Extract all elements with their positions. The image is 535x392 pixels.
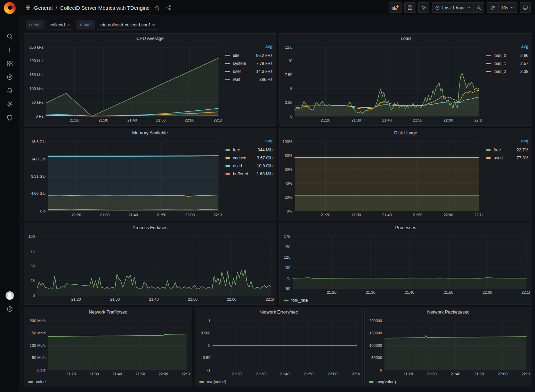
legend-value: 386 Hz (259, 77, 273, 82)
chart-load[interactable]: 02.5057.501012.521:2021:3021:4021:5022:0… (282, 43, 483, 123)
legend-avg-header[interactable]: avg (225, 44, 273, 51)
legend-avg-header[interactable]: avg (485, 139, 529, 146)
cycle-view-button[interactable] (520, 2, 531, 13)
svg-text:50000: 50000 (371, 356, 382, 360)
legend-item-load_1[interactable]: load_12.57 (485, 59, 529, 67)
zoom-out-time-button[interactable] (473, 2, 484, 13)
chart-nettraffic[interactable]: 0 b/s50 Mb/s100 Mb/s150 Mb/s200 Mb/s21:2… (26, 316, 190, 377)
variable-server-value: collectd (49, 22, 65, 27)
chart-neterrors[interactable]: -1-0.5000.500121:2021:3021:4021:5022:002… (197, 316, 360, 377)
legend-swatch (486, 71, 491, 72)
variable-mount-value-dropdown[interactable]: etc-collectd-collectd.conf (97, 20, 158, 30)
add-panel-icon (392, 5, 399, 11)
legend-item-free[interactable]: free22.7% (485, 146, 529, 154)
legend-value: 2.38 (520, 69, 528, 74)
panel-neterrors: Network Errors/sec-1-0.5000.500121:2021:… (195, 307, 363, 386)
svg-text:21:20: 21:20 (70, 118, 80, 122)
help-button[interactable] (0, 302, 19, 316)
panel-title-disk[interactable]: Disk Usage (279, 128, 532, 137)
legend-swatch (28, 381, 33, 383)
sidebar-item-explore[interactable] (0, 70, 19, 84)
legend-item-free[interactable]: free344 Mib (225, 146, 273, 154)
panel-cpu: CPU Average0 Hz50 kHz100 kHz150 kHz200 k… (24, 33, 276, 126)
legend-avg-header[interactable]: avg (225, 139, 273, 146)
legend-item-load_2[interactable]: load_22.38 (485, 67, 529, 75)
legend-item-system[interactable]: system7.79 kHz (225, 59, 273, 67)
add-panel-button[interactable] (389, 2, 402, 13)
svg-text:0: 0 (208, 343, 210, 348)
breadcrumb-section[interactable]: General (34, 5, 52, 11)
svg-text:21:20: 21:20 (232, 372, 242, 376)
chart-netpackets[interactable]: 05000010000015000020000021:2021:3021:402… (367, 316, 530, 377)
chart-processes[interactable]: 507510012515017521:2021:3021:4021:5022:0… (282, 232, 530, 295)
legend-label: buffered (233, 172, 248, 176)
chart-fork[interactable]: 025507510021:2021:3021:4021:5022:0022:10 (26, 232, 274, 302)
grafana-logo[interactable] (3, 2, 16, 14)
svg-text:22:00: 22:00 (185, 118, 195, 122)
panel-title-memory[interactable]: Memory Available (24, 128, 276, 137)
svg-text:22:00: 22:00 (227, 297, 236, 301)
variable-server-value-dropdown[interactable]: collectd (46, 20, 73, 30)
sidebar-item-configuration[interactable] (0, 98, 19, 111)
panel-title-load[interactable]: Load (279, 34, 532, 43)
legend-label: used (233, 164, 242, 168)
sidebar-item-search[interactable] (0, 30, 19, 43)
panel-nettraffic: Network Traffic/sec0 b/s50 Mb/s100 Mb/s1… (24, 307, 192, 386)
legend-item-used[interactable]: used10.8 Gib (225, 162, 273, 170)
breadcrumb: General / CollectD Server Metrics with T… (25, 3, 173, 12)
legend-item-used[interactable]: used77.3% (485, 154, 529, 162)
legend-item-idle[interactable]: idle96.2 kHz (225, 51, 273, 59)
panel-disk: Disk Usage0%20%40%60%80%100%21:2021:3021… (279, 128, 532, 220)
legend-item-wait[interactable]: wait386 Hz (225, 75, 273, 83)
share-button[interactable] (164, 3, 173, 12)
legend-label: free (233, 148, 240, 152)
page-title[interactable]: CollectD Server Metrics with TDengine (60, 5, 149, 11)
svg-text:21:30: 21:30 (427, 372, 437, 376)
panel-title-processes[interactable]: Processes (279, 223, 532, 232)
svg-text:21:50: 21:50 (413, 118, 423, 122)
panel-title-netpackets[interactable]: Network Packets/sec (365, 307, 532, 316)
panel-title-nettraffic[interactable]: Network Traffic/sec (24, 307, 192, 316)
svg-text:21:40: 21:40 (382, 118, 392, 122)
svg-text:22:10: 22:10 (474, 213, 483, 217)
chart-cpu[interactable]: 0 Hz50 kHz100 kHz150 kHz200 kHz250 kHz21… (26, 43, 222, 123)
sidebar-item-dashboards[interactable] (0, 57, 19, 70)
svg-text:21:50: 21:50 (157, 213, 167, 217)
panel-title-cpu[interactable]: CPU Average (24, 34, 276, 43)
sidebar-item-server-admin[interactable] (0, 111, 19, 124)
chevron-down-icon (67, 23, 70, 25)
legend-avg-header[interactable]: avg (485, 44, 529, 51)
dashboard-settings-button[interactable] (418, 2, 429, 13)
panel-title-neterrors[interactable]: Network Errors/sec (195, 307, 362, 316)
legend-item-buffered[interactable]: buffered1.68 Mib (225, 170, 273, 178)
sidebar-item-create[interactable] (0, 43, 19, 57)
legend-swatch (369, 381, 374, 383)
chart-disk[interactable]: 0%20%40%60%80%100%21:2021:3021:4021:5022… (282, 137, 483, 218)
legend-netpackets[interactable]: avg(value) (369, 380, 396, 384)
user-avatar-button[interactable] (0, 289, 19, 302)
legend-processes[interactable]: fork_rate (284, 298, 308, 303)
legend-nettraffic[interactable]: value (28, 380, 46, 384)
legend-swatch (225, 173, 230, 175)
refresh-button[interactable] (487, 2, 498, 13)
sidebar-item-alerting[interactable] (0, 84, 19, 97)
clock-icon (435, 5, 440, 10)
legend-value: 344 Mib (258, 148, 273, 152)
legend-swatch (225, 79, 230, 80)
svg-text:22:00: 22:00 (159, 372, 168, 376)
favorite-button[interactable] (153, 3, 161, 12)
svg-text:60%: 60% (285, 167, 292, 172)
svg-text:21:20: 21:20 (72, 213, 81, 217)
legend-label: fork_rate (291, 298, 308, 303)
save-dashboard-button[interactable] (404, 2, 415, 13)
legend-item-user[interactable]: user14.3 kHz (225, 67, 273, 75)
chart-memory[interactable]: 0 b4.66 Gib9.31 Gib14.0 Gib18.6 Gib21:20… (26, 137, 222, 218)
legend-item-load_0[interactable]: load_02.86 (485, 51, 529, 59)
time-range-picker[interactable]: Last 1 hour (432, 2, 473, 13)
legend-item-cached[interactable]: cached3.67 Gib (225, 154, 273, 162)
refresh-interval-dropdown[interactable]: 10s (498, 2, 517, 13)
panel-title-fork[interactable]: Process Fork/sec (24, 223, 276, 232)
svg-text:150: 150 (284, 245, 290, 249)
legend-neterrors[interactable]: avg(value) (199, 380, 226, 384)
svg-text:22:00: 22:00 (444, 213, 453, 217)
